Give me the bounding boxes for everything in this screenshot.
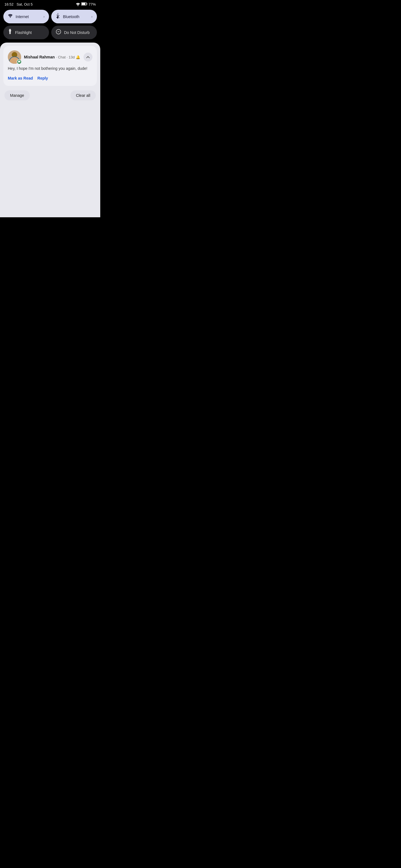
svg-rect-3 [82,3,85,5]
svg-rect-5 [9,29,11,30]
notification-header: Mishaal Rahman · Chat · 13d 🔔 [8,50,92,64]
notification-message: Hey, I hope I'm not bothering you again,… [8,66,92,71]
notification-sender-line: Mishaal Rahman · Chat · 13d 🔔 [24,55,81,60]
status-bar: 16:52 Sat, Oct 5 77% [0,0,100,7]
internet-icon [8,13,13,20]
flashlight-icon [8,29,12,36]
do-not-disturb-icon [56,29,61,36]
flashlight-tile[interactable]: Flashlight [3,26,49,39]
svg-rect-2 [87,3,87,4]
manage-button[interactable]: Manage [4,90,30,100]
internet-label: Internet [16,14,41,19]
status-icons: 77% [76,2,96,6]
clear-all-button[interactable]: Clear all [70,90,96,100]
bluetooth-icon [56,13,60,20]
notification-panel: Mishaal Rahman · Chat · 13d 🔔 Hey, I hop… [0,42,100,217]
quick-settings-panel: Internet › Bluetooth › Flashlight [0,7,100,42]
wifi-icon [76,2,80,6]
empty-area [3,103,97,214]
internet-chevron: › [44,15,45,19]
internet-tile[interactable]: Internet › [3,10,49,23]
status-time: 16:52 [4,2,13,6]
notification-card: Mishaal Rahman · Chat · 13d 🔔 Hey, I hop… [3,46,97,86]
bell-icon: 🔔 [76,55,80,59]
do-not-disturb-tile[interactable]: Do Not Disturb [51,26,97,39]
mark-as-read-button[interactable]: Mark as Read [8,75,33,82]
bluetooth-label: Bluetooth [63,14,89,19]
notification-actions: Mark as Read Reply [8,75,92,82]
chat-app-badge [17,59,22,64]
notification-sender: Mishaal Rahman [24,55,55,59]
bluetooth-tile[interactable]: Bluetooth › [51,10,97,23]
do-not-disturb-label: Do Not Disturb [64,30,92,35]
status-time-date: 16:52 Sat, Oct 5 [4,2,33,6]
svg-point-4 [10,17,11,18]
flashlight-label: Flashlight [15,30,45,35]
reply-button[interactable]: Reply [37,75,48,82]
notification-meta: Mishaal Rahman · Chat · 13d 🔔 [24,55,81,60]
battery-icon [81,2,87,6]
collapse-button[interactable] [84,53,92,61]
notification-app-info: · Chat · 13d 🔔 [56,55,80,59]
battery-percentage: 77% [89,2,96,6]
avatar-container [8,50,21,64]
bluetooth-chevron: › [91,15,92,19]
status-date: Sat, Oct 5 [17,2,33,6]
notification-controls: Manage Clear all [3,88,97,103]
svg-point-0 [78,5,79,6]
